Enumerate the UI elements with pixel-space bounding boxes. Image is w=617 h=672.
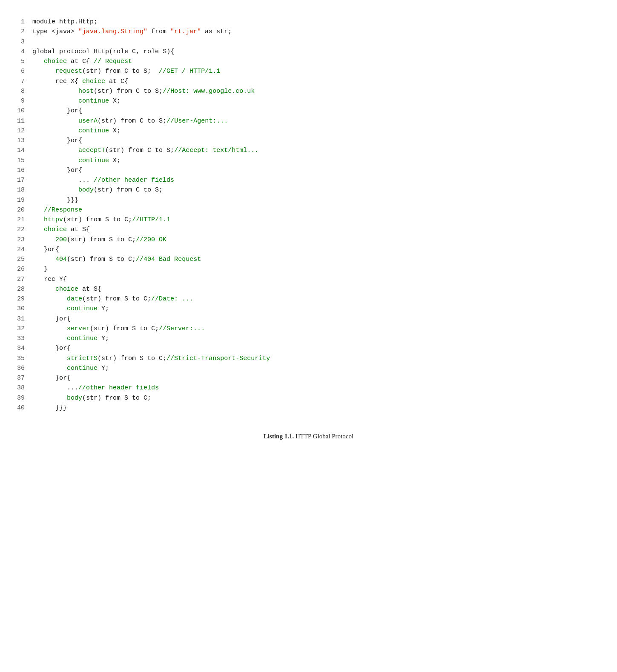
line-number: 21 xyxy=(17,215,32,225)
token: from xyxy=(117,186,136,194)
code-line: 7 rec X{ choice at C{ xyxy=(17,77,600,86)
token xyxy=(32,315,55,323)
token xyxy=(32,305,67,312)
code-line: 29 date(str) from S to C;//Date: ... xyxy=(17,294,600,304)
token: body xyxy=(67,395,82,402)
token: to xyxy=(132,295,143,303)
line-number: 1 xyxy=(17,17,32,27)
token xyxy=(32,117,78,125)
token: choice xyxy=(44,58,71,65)
token: S xyxy=(140,355,147,362)
token: //Response xyxy=(44,206,82,214)
token: }or{ xyxy=(55,315,71,323)
line-number: 31 xyxy=(17,314,32,324)
line-number: 27 xyxy=(17,275,32,284)
token: to xyxy=(117,236,128,243)
token: role xyxy=(113,48,132,55)
line-content: }or{ xyxy=(32,314,600,324)
token: 200 xyxy=(55,236,67,243)
token: (str) xyxy=(98,117,121,125)
token: rec xyxy=(55,78,71,85)
token: module xyxy=(32,18,59,26)
token: rec xyxy=(44,276,59,283)
token: //other header fields xyxy=(78,384,159,392)
line-content: continue X; xyxy=(32,156,600,166)
token: 404 xyxy=(55,256,67,263)
token xyxy=(32,88,78,95)
token xyxy=(32,107,67,114)
token: } xyxy=(44,266,48,273)
token: at xyxy=(109,78,121,85)
token: ; xyxy=(228,28,232,35)
token: type xyxy=(32,28,52,35)
code-listing: 1module http.Http;2type <java> "java.lan… xyxy=(17,13,600,421)
token: from xyxy=(113,325,132,332)
token xyxy=(32,186,78,194)
token: at xyxy=(71,58,82,65)
code-line: 15 continue X; xyxy=(17,156,600,166)
token: S xyxy=(163,48,166,55)
token xyxy=(32,345,55,352)
token: date xyxy=(67,295,82,303)
code-line: 20 //Response xyxy=(17,205,600,215)
token: }or{ xyxy=(67,137,82,144)
line-content: rec Y{ xyxy=(32,275,600,284)
token: str xyxy=(216,28,228,35)
token: (str) xyxy=(82,68,105,75)
line-number: 18 xyxy=(17,185,32,195)
token: (str) xyxy=(82,395,105,402)
listing-title: HTTP Global Protocol xyxy=(296,433,353,440)
line-number: 9 xyxy=(17,96,32,106)
token: S xyxy=(124,295,132,303)
line-content: } xyxy=(32,264,600,274)
line-number: 6 xyxy=(17,66,32,76)
code-line: 22 choice at S{ xyxy=(17,225,600,234)
token: from xyxy=(90,256,109,263)
token: C xyxy=(124,68,132,75)
line-content: server(str) from S to C;//Server:... xyxy=(32,324,600,334)
token: //Date: ... xyxy=(151,295,193,303)
token xyxy=(32,266,44,273)
line-number: 5 xyxy=(17,57,32,66)
token: C{ xyxy=(82,58,94,65)
token: ( xyxy=(109,48,113,55)
token: as xyxy=(201,28,216,35)
token xyxy=(32,58,44,65)
line-content: choice at S{ xyxy=(32,225,600,234)
code-line: 35 strictTS(str) from S to C;//Strict-Tr… xyxy=(17,354,600,363)
token: X; xyxy=(113,127,121,134)
token: from xyxy=(121,117,140,125)
line-number: 24 xyxy=(17,245,32,255)
token: C xyxy=(136,88,143,95)
code-line: 3 xyxy=(17,37,600,47)
token: choice xyxy=(44,226,71,233)
line-number: 40 xyxy=(17,403,32,413)
token: S xyxy=(109,236,117,243)
token: server xyxy=(67,325,90,332)
token: continue xyxy=(78,157,113,164)
line-content: }or{ xyxy=(32,106,600,116)
code-line: 17 ... //other header fields xyxy=(17,175,600,185)
code-line: 13 }or{ xyxy=(17,136,600,146)
token xyxy=(32,236,55,243)
line-number: 26 xyxy=(17,264,32,274)
token: http.Http xyxy=(59,18,94,26)
token xyxy=(32,197,67,204)
line-content: ...//other header fields xyxy=(32,383,600,393)
token: from xyxy=(117,88,136,95)
token: }or{ xyxy=(55,375,71,382)
line-content: }or{ xyxy=(32,373,600,383)
line-number: 34 xyxy=(17,343,32,353)
token: at xyxy=(71,226,82,233)
token: "java.lang.String" xyxy=(78,28,147,35)
token xyxy=(32,286,55,293)
token: (str) xyxy=(90,325,113,332)
token: X{ xyxy=(71,78,82,85)
token: C; xyxy=(128,256,136,263)
code-line: 1module http.Http; xyxy=(17,17,600,27)
line-content: continue Y; xyxy=(32,304,600,314)
line-content: host(str) from C to S;//Host: www.google… xyxy=(32,86,600,96)
code-line: 26 } xyxy=(17,264,600,274)
token: //User-Agent:... xyxy=(166,117,228,125)
token xyxy=(32,206,44,214)
